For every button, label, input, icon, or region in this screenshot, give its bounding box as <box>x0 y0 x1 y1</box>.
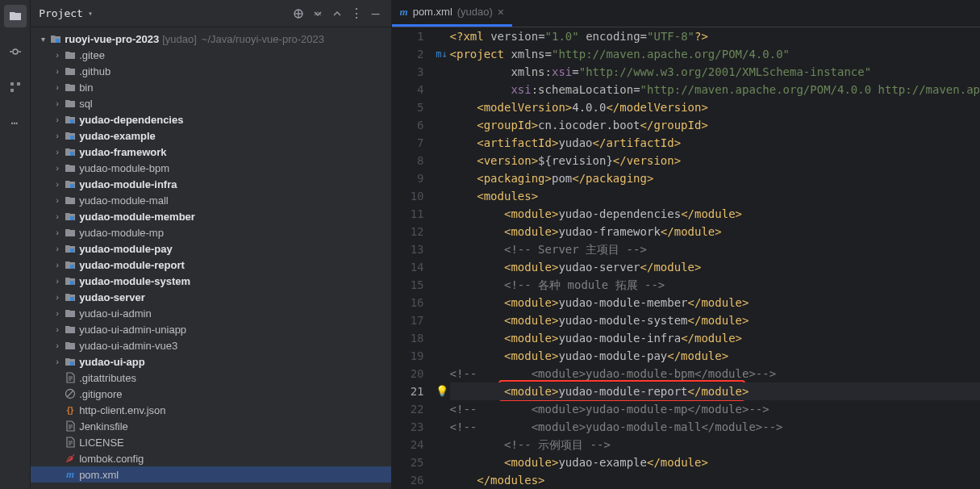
tree-item[interactable]: ›yudao-module-bpm <box>31 160 390 176</box>
chevron-right-icon[interactable]: › <box>52 67 63 76</box>
code-line[interactable]: <modules> <box>450 187 980 205</box>
code-line[interactable]: <version>${revision}</version> <box>450 152 980 169</box>
collapse-all-icon[interactable] <box>330 6 344 21</box>
tree-item[interactable]: ›yudao-module-mall <box>31 192 390 208</box>
tree-item[interactable]: .gitignore <box>31 386 390 402</box>
code-line[interactable]: <!-- 各种 module 拓展 --> <box>450 276 980 294</box>
tree-item[interactable]: ›yudao-module-mp <box>31 224 390 240</box>
panel-options-icon[interactable]: ⋮ <box>349 6 364 21</box>
code-line[interactable]: <artifactId>yudao</artifactId> <box>450 134 980 152</box>
tree-root[interactable]: ▾ruoyi-vue-pro-2023[yudao]~/Java/ruoyi-v… <box>31 31 390 47</box>
chevron-right-icon[interactable]: › <box>52 115 63 124</box>
chevron-right-icon[interactable]: › <box>52 132 63 140</box>
folder-icon <box>63 324 77 335</box>
chevron-right-icon[interactable]: › <box>52 341 63 350</box>
chevron-down-icon[interactable]: ▾ <box>88 9 93 18</box>
code-line[interactable]: <module>yudao-module-report</module> <box>450 382 980 400</box>
tree-item[interactable]: ›yudao-module-pay <box>31 240 390 257</box>
more-tool-button[interactable]: ⋯ <box>4 111 27 134</box>
chevron-right-icon[interactable]: › <box>52 357 63 366</box>
code-line[interactable]: <groupId>cn.iocoder.boot</groupId> <box>450 116 980 134</box>
code-line[interactable]: <modelVersion>4.0.0</modelVersion> <box>450 98 980 116</box>
tree-item[interactable]: .gitattributes <box>31 370 390 386</box>
code-line[interactable]: xmlns:xsi="http://www.w3.org/2001/XMLSch… <box>450 63 980 81</box>
tree-item[interactable]: ›sql <box>31 95 390 111</box>
tree-item[interactable]: ›yudao-example <box>31 127 390 144</box>
code-line[interactable]: <?xml version="1.0" encoding="UTF-8"?> <box>450 27 980 45</box>
code-line[interactable]: <module>yudao-module-system</module> <box>450 311 980 329</box>
module-icon <box>63 356 77 367</box>
project-panel-title[interactable]: Project <box>39 7 83 19</box>
svg-rect-18 <box>70 297 74 301</box>
tree-item[interactable]: Jenkinsfile <box>31 418 390 434</box>
code-line[interactable]: <!-- <module>yudao-module-bpm</module>--… <box>450 365 980 382</box>
tree-item[interactable]: ›bin <box>31 79 390 95</box>
chevron-right-icon[interactable]: › <box>52 180 63 189</box>
tree-item[interactable]: ›yudao-ui-admin <box>31 305 390 321</box>
code-line[interactable]: <module>yudao-module-infra</module> <box>450 329 980 347</box>
tree-item[interactable]: ›yudao-dependencies <box>31 111 390 127</box>
tree-item[interactable]: 🌶lombok.config <box>31 450 390 466</box>
code-line[interactable]: <module>yudao-framework</module> <box>450 223 980 240</box>
tree-item-label: yudao-module-mp <box>79 227 164 239</box>
tree-item[interactable]: ›yudao-module-member <box>31 208 390 224</box>
hide-panel-icon[interactable]: — <box>369 6 383 21</box>
tree-item-label: yudao-example <box>79 130 156 142</box>
tree-item[interactable]: ›yudao-server <box>31 289 390 305</box>
line-number: 15 <box>392 276 424 294</box>
tree-item[interactable]: ›yudao-module-system <box>31 273 390 289</box>
code-line[interactable]: <module>yudao-example</module> <box>450 453 980 471</box>
tree-item[interactable]: ›yudao-framework <box>31 144 390 160</box>
intention-bulb-icon[interactable]: 💡 <box>434 382 450 400</box>
chevron-down-icon[interactable]: ▾ <box>37 35 48 44</box>
chevron-right-icon[interactable]: › <box>52 228 63 237</box>
chevron-right-icon[interactable]: › <box>52 148 63 157</box>
chevron-right-icon[interactable]: › <box>52 196 63 205</box>
close-icon[interactable]: × <box>498 6 504 19</box>
chevron-right-icon[interactable]: › <box>52 245 63 253</box>
code-line[interactable]: <!-- Server 主项目 --> <box>450 240 980 258</box>
tree-item[interactable]: {}http-client.env.json <box>31 402 390 418</box>
code-line[interactable]: </modules> <box>450 471 980 489</box>
code-line[interactable]: <!-- 示例项目 --> <box>450 436 980 453</box>
code-line[interactable]: <project xmlns="http://maven.apache.org/… <box>450 45 980 63</box>
project-tool-button[interactable] <box>4 5 27 27</box>
code-content[interactable]: 取消注释 <?xml version="1.0" encoding="UTF-8… <box>450 27 980 489</box>
chevron-right-icon[interactable]: › <box>52 309 63 318</box>
tree-item[interactable]: ›yudao-ui-app <box>31 353 390 370</box>
chevron-right-icon[interactable]: › <box>52 212 63 221</box>
chevron-right-icon[interactable]: › <box>52 261 63 270</box>
code-editor[interactable]: 1234567891011121314151617181920212223242… <box>392 27 980 489</box>
svg-rect-12 <box>70 152 74 156</box>
method-separator-icon: m↓ <box>434 45 450 63</box>
project-tree[interactable]: ▾ruoyi-vue-pro-2023[yudao]~/Java/ruoyi-v… <box>31 27 390 489</box>
tree-item[interactable]: ›yudao-module-report <box>31 257 390 273</box>
chevron-right-icon[interactable]: › <box>52 83 63 92</box>
code-line[interactable]: <module>yudao-module-pay</module> <box>450 347 980 365</box>
chevron-right-icon[interactable]: › <box>52 164 63 173</box>
chevron-right-icon[interactable]: › <box>52 277 63 286</box>
chevron-right-icon[interactable]: › <box>52 51 63 60</box>
tree-item[interactable]: ›yudao-ui-admin-uniapp <box>31 321 390 337</box>
code-line[interactable]: <module>yudao-dependencies</module> <box>450 205 980 223</box>
tree-item[interactable]: ›.github <box>31 63 390 79</box>
chevron-right-icon[interactable]: › <box>52 99 63 108</box>
select-opened-file-icon[interactable] <box>291 6 306 21</box>
tree-item[interactable]: ›yudao-module-infra <box>31 176 390 192</box>
chevron-right-icon[interactable]: › <box>52 325 63 334</box>
code-line[interactable]: <!-- <module>yudao-module-mall</module>-… <box>450 418 980 436</box>
structure-tool-button[interactable] <box>4 76 27 98</box>
code-line[interactable]: <module>yudao-server</module> <box>450 258 980 276</box>
tree-item[interactable]: LICENSE <box>31 434 390 450</box>
code-line[interactable]: <packaging>pom</packaging> <box>450 169 980 187</box>
tree-item[interactable]: mpom.xml <box>31 466 390 483</box>
tree-item[interactable]: ›yudao-ui-admin-vue3 <box>31 337 390 353</box>
expand-all-icon[interactable] <box>311 6 325 21</box>
tab-pom-xml[interactable]: m pom.xml (yudao) × <box>392 0 513 27</box>
code-line[interactable]: xsi:schemaLocation="http://maven.apache.… <box>450 81 980 98</box>
code-line[interactable]: <module>yudao-module-member</module> <box>450 294 980 311</box>
commit-tool-button[interactable] <box>4 40 27 63</box>
chevron-right-icon[interactable]: › <box>52 293 63 302</box>
tree-item[interactable]: ›.gitee <box>31 47 390 63</box>
code-line[interactable]: <!-- <module>yudao-module-mp</module>--> <box>450 400 980 418</box>
